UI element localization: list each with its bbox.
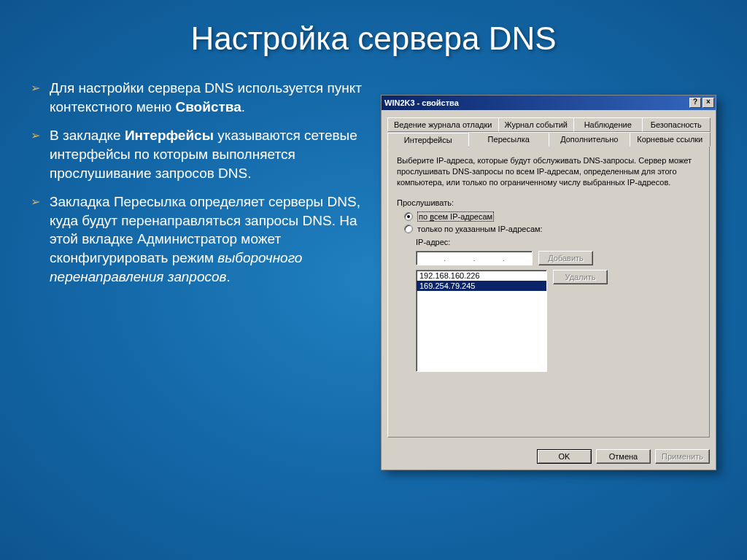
list-item[interactable]: 169.254.79.245 [417,281,546,291]
help-button[interactable]: ? [689,98,701,108]
tab-event-log[interactable]: Журнал событий [498,117,574,132]
tab-monitoring[interactable]: Наблюдение [573,117,643,132]
radio-all[interactable] [404,212,413,221]
properties-dialog: WIN2K3 - свойства ? × Ведение журнала от… [381,95,716,470]
add-button[interactable]: Добавить [538,251,593,265]
bullet-bold: Свойства [175,99,241,114]
ip-address-label: IP-адрес: [416,238,700,246]
titlebar-buttons: ? × [689,98,714,108]
tab-debug-log[interactable]: Ведение журнала отладки [387,117,499,132]
radio-all-row[interactable]: по всем IP-адресам [404,211,700,222]
tab-root-hints[interactable]: Корневые ссылки [630,132,711,147]
ip-listbox[interactable]: 192.168.160.226 169.254.79.245 [416,270,547,372]
tab-panel-interfaces: Выберите IP-адреса, которые будут обслуж… [387,146,710,438]
ip-config-block: IP-адрес: ... Добавить 192.168.160.226 1… [416,238,700,372]
ok-button[interactable]: OK [537,449,592,464]
slide-title: Настройка сервера DNS [0,0,747,57]
ip-input[interactable]: ... [416,251,533,265]
tab-strip: Ведение журнала отладки Журнал событий Н… [387,117,710,147]
close-button[interactable]: × [703,98,714,108]
bullet-bold: Интерфейсы [125,128,214,143]
dialog-button-bar: OK Отмена Применить [382,443,716,470]
cancel-button[interactable]: Отмена [596,449,651,464]
bullet-text: В закладке [50,128,125,143]
radio-some[interactable] [404,225,413,233]
apply-button[interactable]: Применить [655,449,710,464]
ip-list-row: 192.168.160.226 169.254.79.245 Удалить [416,270,700,372]
bullet-text: . [241,99,245,114]
radio-all-label: по всем IP-адресам [417,211,494,222]
ip-input-row: ... Добавить [416,251,700,265]
dialog-body: Ведение журнала отладки Журнал событий Н… [382,110,716,443]
titlebar-text: WIN2K3 - свойства [384,98,689,107]
bullet-text: . [226,269,230,284]
bullet-list: Для настройки сервера DNS используется п… [31,79,366,296]
radio-some-label: только по указанным IP-адресам: [417,225,543,233]
bullet-item: Закладка Пересылка определяет серверы DN… [31,192,366,286]
bullet-item: Для настройки сервера DNS используется п… [31,79,366,116]
tab-security[interactable]: Безопасность [642,117,711,132]
tab-advanced[interactable]: Дополнительно [549,132,630,147]
bullet-item: В закладке Интерфейсы указываются сетевы… [31,126,366,182]
listen-label: Прослушивать: [397,198,700,207]
tab-forwarders[interactable]: Пересылка [468,132,550,147]
titlebar[interactable]: WIN2K3 - свойства ? × [382,96,716,110]
delete-button[interactable]: Удалить [553,270,608,284]
list-item[interactable]: 192.168.160.226 [417,271,546,281]
bullet-text: Закладка Пересылка определяет серверы DN… [50,194,360,265]
tab-interfaces[interactable]: Интерфейсы [387,133,469,147]
radio-some-row[interactable]: только по указанным IP-адресам: [404,225,700,233]
slide: Настройка сервера DNS Для настройки серв… [0,0,747,560]
panel-description: Выберите IP-адреса, которые будут обслуж… [397,155,700,188]
